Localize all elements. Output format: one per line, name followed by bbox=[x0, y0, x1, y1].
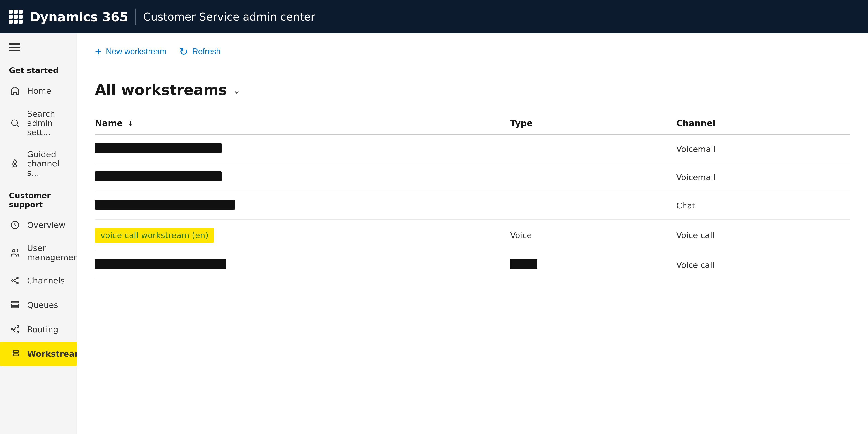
hamburger-icon bbox=[9, 43, 20, 51]
sidebar-section-get-started: Get started bbox=[0, 59, 76, 79]
svg-rect-8 bbox=[11, 302, 19, 303]
plus-icon: + bbox=[95, 46, 102, 57]
user-management-icon bbox=[9, 247, 21, 258]
search-icon bbox=[9, 117, 21, 129]
table-cell-channel: Chat bbox=[676, 191, 850, 220]
table-cell-channel: Voicemail bbox=[676, 135, 850, 163]
sidebar-item-channels[interactable]: Channels bbox=[0, 268, 76, 293]
top-nav: Dynamics 365 Customer Service admin cent… bbox=[0, 0, 868, 33]
table-row: Chat bbox=[95, 191, 850, 220]
channels-icon bbox=[9, 275, 21, 286]
toolbar: + New workstream ↻ Refresh bbox=[77, 33, 868, 68]
waffle-menu[interactable] bbox=[9, 10, 23, 24]
table-cell-channel: Voicemail bbox=[676, 163, 850, 191]
main-layout: Get started Home Search admin sett... bbox=[0, 33, 868, 434]
sidebar-item-queues-label: Queues bbox=[27, 301, 58, 310]
svg-point-11 bbox=[11, 329, 13, 330]
redacted-name-bar bbox=[95, 199, 235, 210]
col-header-channel[interactable]: Channel bbox=[676, 112, 850, 135]
page-title-row: All workstreams ⌄ bbox=[95, 82, 850, 98]
col-header-type[interactable]: Type bbox=[510, 112, 676, 135]
svg-rect-10 bbox=[11, 307, 19, 308]
svg-point-0 bbox=[11, 120, 18, 126]
sidebar-item-guided[interactable]: Guided channel s... bbox=[0, 143, 76, 184]
sidebar-item-search-label: Search admin sett... bbox=[27, 109, 68, 137]
table-cell-name bbox=[95, 251, 510, 279]
table-cell-channel: Voice call bbox=[676, 220, 850, 251]
new-workstream-label: New workstream bbox=[106, 47, 166, 56]
sidebar-section-customer-support: Customer support bbox=[0, 184, 76, 213]
refresh-label: Refresh bbox=[192, 47, 221, 56]
sidebar-item-channels-label: Channels bbox=[27, 276, 65, 285]
sidebar-item-search[interactable]: Search admin sett... bbox=[0, 103, 76, 143]
sidebar-item-home[interactable]: Home bbox=[0, 79, 76, 103]
col-header-name[interactable]: Name ↓ bbox=[95, 112, 510, 135]
sidebar-item-home-label: Home bbox=[27, 86, 51, 95]
table-cell-name bbox=[95, 163, 510, 191]
highlighted-workstream-name[interactable]: voice call workstream (en) bbox=[95, 228, 214, 243]
sidebar-item-guided-label: Guided channel s... bbox=[27, 150, 68, 178]
sidebar-item-overview-label: Overview bbox=[27, 220, 66, 230]
sidebar-item-user-management-label: User management bbox=[27, 243, 77, 262]
svg-rect-15 bbox=[13, 354, 18, 356]
svg-rect-9 bbox=[11, 304, 19, 305]
svg-point-4 bbox=[12, 249, 15, 252]
table-row: Voice call bbox=[95, 251, 850, 279]
routing-icon bbox=[9, 323, 21, 335]
table-row: voice call workstream (en) Voice Voice c… bbox=[95, 220, 850, 251]
overview-icon bbox=[9, 219, 21, 231]
sidebar: Get started Home Search admin sett... bbox=[0, 33, 77, 434]
table-cell-name[interactable]: voice call workstream (en) bbox=[95, 220, 510, 251]
svg-line-1 bbox=[17, 125, 19, 127]
svg-point-12 bbox=[17, 326, 19, 327]
main-content: + New workstream ↻ Refresh All workstrea… bbox=[77, 33, 868, 434]
svg-point-2 bbox=[14, 163, 16, 164]
table-header-row: Name ↓ Type Channel bbox=[95, 112, 850, 135]
brand-name: Dynamics 365 bbox=[30, 9, 128, 24]
queues-icon bbox=[9, 299, 21, 311]
sidebar-item-routing[interactable]: Routing bbox=[0, 317, 76, 342]
table-cell-channel: Voice call bbox=[676, 251, 850, 279]
home-icon bbox=[9, 85, 21, 96]
sidebar-item-user-management[interactable]: User management bbox=[0, 237, 76, 268]
sidebar-item-workstreams[interactable]: Workstreams bbox=[0, 342, 76, 366]
table-cell-type bbox=[510, 251, 676, 279]
app-name: Customer Service admin center bbox=[143, 10, 315, 23]
table-cell-type bbox=[510, 163, 676, 191]
table-cell-type bbox=[510, 135, 676, 163]
page-title: All workstreams bbox=[95, 82, 227, 98]
svg-point-7 bbox=[17, 282, 18, 284]
redacted-name-bar bbox=[95, 171, 221, 181]
nav-divider bbox=[135, 8, 136, 25]
sidebar-item-workstreams-label: Workstreams bbox=[27, 349, 77, 359]
svg-point-6 bbox=[17, 277, 18, 279]
table-cell-name bbox=[95, 191, 510, 220]
refresh-button[interactable]: ↻ Refresh bbox=[179, 43, 221, 60]
workstreams-icon bbox=[9, 348, 21, 360]
sidebar-item-overview[interactable]: Overview bbox=[0, 213, 76, 237]
svg-rect-14 bbox=[13, 350, 18, 352]
page-content: All workstreams ⌄ Name ↓ Type Channel bbox=[77, 68, 868, 293]
table-row: Voicemail bbox=[95, 163, 850, 191]
table-cell-name bbox=[95, 135, 510, 163]
redacted-name-bar bbox=[95, 143, 221, 153]
redacted-type-bar bbox=[510, 259, 537, 269]
table-row: Voicemail bbox=[95, 135, 850, 163]
chevron-down-icon[interactable]: ⌄ bbox=[232, 84, 241, 96]
workstreams-table: Name ↓ Type Channel Voicemail bbox=[95, 112, 850, 279]
sidebar-item-routing-label: Routing bbox=[27, 325, 58, 334]
sort-arrow-name: ↓ bbox=[127, 119, 133, 128]
table-cell-type: Voice bbox=[510, 220, 676, 251]
refresh-icon: ↻ bbox=[179, 45, 188, 58]
redacted-name-bar bbox=[95, 259, 226, 269]
table-cell-type bbox=[510, 191, 676, 220]
svg-point-13 bbox=[17, 331, 19, 333]
new-workstream-button[interactable]: + New workstream bbox=[95, 44, 166, 59]
sidebar-item-queues[interactable]: Queues bbox=[0, 293, 76, 317]
svg-point-5 bbox=[11, 280, 13, 281]
rocket-icon bbox=[9, 158, 21, 169]
sidebar-menu-button[interactable] bbox=[0, 33, 76, 59]
